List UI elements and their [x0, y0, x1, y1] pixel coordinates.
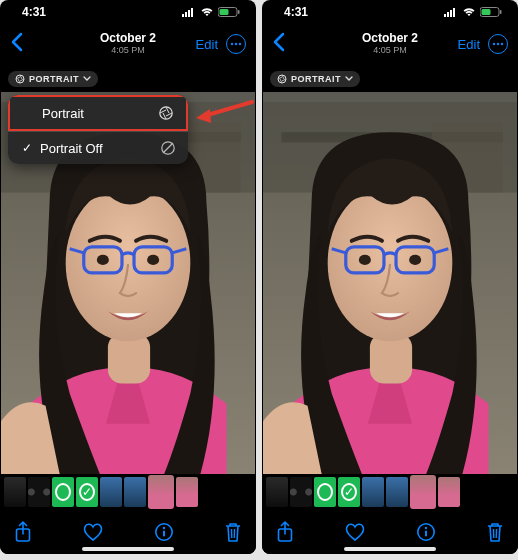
menu-item-label: Portrait Off [40, 141, 103, 156]
thumbnail[interactable] [314, 477, 336, 507]
home-indicator[interactable] [344, 547, 436, 551]
portrait-mode-badge[interactable]: PORTRAIT [8, 71, 98, 87]
svg-rect-1 [185, 12, 187, 17]
aperture-off-icon [160, 140, 176, 156]
status-bar: 4:31 [0, 0, 256, 24]
svg-point-22 [147, 255, 159, 265]
photo-area: Portrait ✓ Portrait Off [0, 92, 256, 474]
svg-point-21 [97, 255, 109, 265]
menu-item-label: Portrait [42, 106, 84, 121]
thumbnail-current[interactable] [410, 475, 436, 509]
checkmark-icon: ✓ [20, 141, 34, 155]
thumbnail[interactable] [176, 477, 198, 507]
info-button[interactable] [416, 522, 436, 542]
svg-line-25 [163, 143, 173, 153]
photo[interactable] [263, 92, 517, 474]
svg-rect-2 [188, 10, 190, 17]
thumbnail[interactable]: ✓ [338, 477, 360, 507]
battery-icon [480, 7, 502, 17]
svg-point-23 [160, 107, 172, 119]
signal-icon [444, 7, 458, 17]
heart-icon [344, 522, 366, 542]
nav-header: October 2 4:05 PM Edit [0, 24, 256, 64]
delete-button[interactable] [486, 521, 504, 543]
svg-rect-39 [482, 9, 491, 15]
svg-point-43 [501, 43, 503, 45]
thumbnail-current[interactable] [148, 475, 174, 509]
svg-rect-34 [444, 14, 446, 17]
info-icon [154, 522, 174, 542]
status-time: 4:31 [22, 5, 46, 19]
nav-header: October 2 4:05 PM Edit [262, 24, 518, 64]
svg-point-9 [239, 43, 241, 45]
share-button[interactable] [14, 521, 32, 543]
svg-rect-31 [163, 531, 165, 537]
thumbnail[interactable] [438, 477, 460, 507]
favorite-button[interactable] [82, 522, 104, 542]
svg-rect-5 [220, 9, 229, 15]
thumbnail[interactable] [124, 477, 146, 507]
chevron-down-icon [345, 76, 353, 82]
thumbnail-strip[interactable]: ✓ [0, 474, 256, 510]
share-button[interactable] [276, 521, 294, 543]
share-icon [14, 521, 32, 543]
svg-point-41 [493, 43, 495, 45]
svg-point-44 [278, 75, 286, 83]
battery-icon [218, 7, 240, 17]
svg-point-7 [231, 43, 233, 45]
info-icon [416, 522, 436, 542]
badge-row: PORTRAIT [0, 64, 256, 92]
svg-point-30 [163, 527, 165, 529]
heart-icon [82, 522, 104, 542]
svg-point-56 [409, 255, 421, 265]
share-icon [276, 521, 294, 543]
edit-button[interactable]: Edit [196, 37, 218, 52]
svg-rect-3 [191, 8, 193, 17]
thumbnail[interactable] [362, 477, 384, 507]
photo-area [262, 92, 518, 474]
portrait-menu-item-portrait[interactable]: Portrait [8, 95, 188, 131]
portrait-menu-item-portrait-off[interactable]: ✓ Portrait Off [8, 132, 188, 164]
info-button[interactable] [154, 522, 174, 542]
home-indicator[interactable] [82, 547, 174, 551]
thumbnail-strip[interactable]: ✓ [262, 474, 518, 510]
edit-button[interactable]: Edit [458, 37, 480, 52]
thumbnail[interactable] [28, 477, 50, 507]
thumbnail[interactable] [4, 477, 26, 507]
status-icons [444, 7, 502, 17]
aperture-icon [15, 74, 25, 84]
signal-icon [182, 7, 196, 17]
svg-rect-6 [238, 10, 240, 14]
svg-point-42 [497, 43, 499, 45]
more-button[interactable] [488, 34, 508, 54]
svg-point-10 [16, 75, 24, 83]
badge-row: PORTRAIT [262, 64, 518, 92]
thumbnail[interactable] [100, 477, 122, 507]
portrait-badge-label: PORTRAIT [29, 74, 79, 84]
back-button[interactable] [272, 32, 286, 52]
thumbnail[interactable] [386, 477, 408, 507]
chevron-down-icon [83, 76, 91, 82]
portrait-badge-label: PORTRAIT [291, 74, 341, 84]
more-button[interactable] [226, 34, 246, 54]
status-time: 4:31 [284, 5, 308, 19]
thumbnail[interactable] [290, 477, 312, 507]
trash-icon [224, 521, 242, 543]
ellipsis-icon [492, 42, 504, 46]
thumbnail[interactable]: ✓ [76, 477, 98, 507]
status-icons [182, 7, 240, 17]
thumbnail[interactable] [52, 477, 74, 507]
svg-rect-60 [425, 531, 427, 537]
ellipsis-icon [230, 42, 242, 46]
status-bar: 4:31 [262, 0, 518, 24]
svg-rect-37 [453, 8, 455, 17]
delete-button[interactable] [224, 521, 242, 543]
back-button[interactable] [10, 32, 24, 52]
portrait-mode-badge[interactable]: PORTRAIT [270, 71, 360, 87]
thumbnail[interactable] [266, 477, 288, 507]
svg-rect-0 [182, 14, 184, 17]
favorite-button[interactable] [344, 522, 366, 542]
portrait-menu: Portrait ✓ Portrait Off [8, 95, 188, 164]
wifi-icon [462, 7, 476, 17]
aperture-icon [158, 105, 174, 121]
